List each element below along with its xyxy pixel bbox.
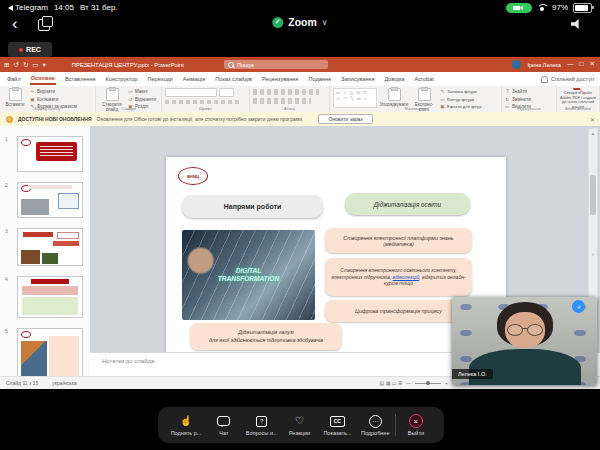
slide-header-left: Напрями роботи: [182, 195, 323, 218]
ppt-titlebar: ⊞ ↺ ↻ ▭ ▾ ПРЕЗЕНТАЦІЯ ЦЕНТРУ.pptx - Powe…: [0, 57, 600, 72]
tab-animations[interactable]: Анімація: [182, 74, 207, 84]
digital-transformation-image: DIGITAL TRANSFORMATION: [182, 230, 315, 320]
tab-view[interactable]: Подання: [307, 74, 332, 84]
tab-slideshow[interactable]: Показ слайдів: [214, 74, 253, 84]
paragraph-buttons-row1[interactable]: [253, 89, 319, 95]
cut-button[interactable]: ✂Вирізати: [30, 89, 77, 94]
notification-close-icon[interactable]: ✕: [590, 116, 595, 123]
camera-active-indicator: [506, 3, 532, 13]
prev-slide-icon[interactable]: ˄: [592, 253, 595, 258]
platform-box: Створення електронної платформи знань (м…: [325, 228, 472, 253]
more-button[interactable]: ⋯ Подробнее: [357, 415, 393, 436]
copy-button[interactable]: ▣Копіювати: [30, 97, 77, 102]
language-indicator[interactable]: українська: [52, 380, 77, 386]
thumb-number: 5: [5, 328, 8, 334]
font-buttons[interactable]: [165, 100, 239, 104]
heart-icon: ♡: [295, 415, 304, 428]
slide-thumbnail-1[interactable]: [17, 136, 83, 172]
transformation-box: Цифрова трансформація процесу: [325, 300, 472, 322]
zoom-slider[interactable]: [415, 383, 441, 384]
participant-video[interactable]: Лелека І.О. »: [452, 297, 597, 385]
recording-badge: REC: [8, 42, 52, 57]
qat-dropdown-icon[interactable]: ▾: [43, 61, 46, 69]
thumbnail-row: 1: [0, 134, 90, 174]
quick-styles-icon: [418, 88, 431, 101]
update-notification-bar: i ДОСТУПНІ НОВІ ОНОВЛЕННЯ Оновлення для …: [0, 112, 600, 127]
slide-counter: Слайд 11 з 15: [6, 380, 38, 386]
chat-button[interactable]: Чат: [206, 415, 242, 436]
tab-help[interactable]: Довідка: [383, 74, 405, 84]
video-lectures-link[interactable]: відеолекцій: [393, 274, 420, 280]
captions-button[interactable]: CC Показать...: [319, 415, 355, 436]
rec-label: REC: [26, 46, 41, 53]
shape-fill-button[interactable]: ✎Заливка фігури: [440, 89, 481, 94]
zoom-out-icon[interactable]: —: [406, 380, 411, 386]
slide-thumbnail-5[interactable]: [17, 328, 83, 376]
slide-thumbnail-2[interactable]: [17, 182, 83, 218]
industry-box: Діджиталізація галузі для якої здійснюєт…: [190, 323, 342, 350]
reactions-button[interactable]: ♡ Реакции: [282, 415, 318, 436]
font-name-select[interactable]: [165, 88, 217, 97]
back-icon[interactable]: ‹: [12, 14, 18, 34]
thumb-number: 3: [5, 228, 8, 234]
tab-home[interactable]: Основне: [30, 73, 56, 85]
search-icon: [228, 62, 234, 68]
reset-button[interactable]: ↺Відновити: [128, 97, 156, 102]
redo-icon[interactable]: ↻: [23, 61, 28, 69]
tab-insert[interactable]: Вставлення: [64, 74, 97, 84]
slide-header-right: Діджиталізація освіти: [345, 193, 470, 215]
secure-check-icon: ✓: [272, 17, 283, 28]
find-button[interactable]: ?Знайти: [505, 89, 531, 94]
undo-icon[interactable]: ↺: [13, 61, 18, 69]
scrollbar-thumb[interactable]: [590, 175, 596, 215]
user-avatar[interactable]: [512, 60, 521, 69]
shapes-gallery[interactable]: ▭ ○ △ ◇ ▽ ☆ ◠ ╲ ▭ ○: [333, 88, 377, 108]
paste-button[interactable]: Вставити: [3, 88, 27, 107]
leave-button[interactable]: × Выйти: [398, 415, 434, 436]
user-name: Ірина Лелека: [527, 62, 561, 68]
zoom-app-title: Zoom: [288, 16, 317, 28]
layout-button[interactable]: ▭Макет: [128, 89, 156, 94]
minimize-video-icon[interactable]: »: [569, 297, 587, 315]
share-button[interactable]: Спільний доступ: [541, 76, 594, 83]
close-icon[interactable]: ✕: [590, 61, 595, 68]
update-now-button[interactable]: Оновити зараз: [318, 114, 372, 124]
quick-access-toolbar: ⊞ ↺ ↻ ▭ ▾: [4, 61, 46, 69]
chat-icon: [217, 416, 230, 426]
paragraph-buttons-row2[interactable]: [253, 98, 311, 104]
view-mode-icons[interactable]: ▤ ▦ ▭ ⊞: [380, 380, 403, 386]
glasses-icon: [507, 324, 543, 335]
scroll-up-icon[interactable]: ▲: [591, 131, 595, 136]
font-size-select[interactable]: [219, 88, 234, 97]
raise-hand-button[interactable]: ☝ Поднять р...: [168, 415, 204, 436]
slide-thumbnail-4[interactable]: [17, 276, 83, 318]
notification-message: Оновлення для Office готові до інсталяці…: [97, 116, 304, 122]
zoom-in-icon[interactable]: +: [445, 380, 448, 386]
arrange-button[interactable]: Упорядкувати: [380, 88, 408, 107]
multitask-icon[interactable]: [38, 19, 50, 31]
thumb-number: 1: [5, 136, 8, 142]
minimize-icon[interactable]: —: [567, 61, 574, 68]
tab-design[interactable]: Конструктор: [105, 74, 139, 84]
zoom-title[interactable]: ✓ Zoom ∨: [272, 16, 327, 28]
tab-transitions[interactable]: Переходи: [146, 74, 173, 84]
replace-button[interactable]: ↻Замінити: [505, 97, 531, 102]
editing-group: ?Знайти ↻Замінити ▭Виділити Редагування: [502, 86, 557, 112]
tab-review[interactable]: Рецензування: [261, 74, 299, 84]
ribbon-tabs: Файл Основне Вставлення Конструктор Пере…: [0, 72, 600, 87]
restore-icon[interactable]: □: [580, 61, 584, 68]
speaker-icon[interactable]: [571, 19, 582, 29]
paragraph-group: Абзац: [250, 86, 330, 112]
tab-file[interactable]: Файл: [6, 74, 22, 84]
slide-thumbnail-3[interactable]: [17, 228, 83, 266]
qa-button[interactable]: ? Вопросы и...: [244, 415, 280, 436]
thumbnail-row: 3: [0, 226, 90, 268]
tab-recording[interactable]: Записування: [340, 74, 375, 84]
search-box[interactable]: Пошук: [224, 60, 328, 69]
telegram-back-link[interactable]: Telegram: [8, 3, 48, 12]
ribbon-options-icon[interactable]: ⊞: [4, 61, 9, 69]
shape-outline-button[interactable]: ▭Контур фігури: [440, 97, 481, 102]
clipboard-group: Вставити ✂Вирізати ▣Копіювати ✎Формат за…: [0, 86, 96, 112]
slideshow-icon[interactable]: ▭: [32, 61, 38, 69]
tab-acrobat[interactable]: Acrobat: [414, 74, 435, 84]
